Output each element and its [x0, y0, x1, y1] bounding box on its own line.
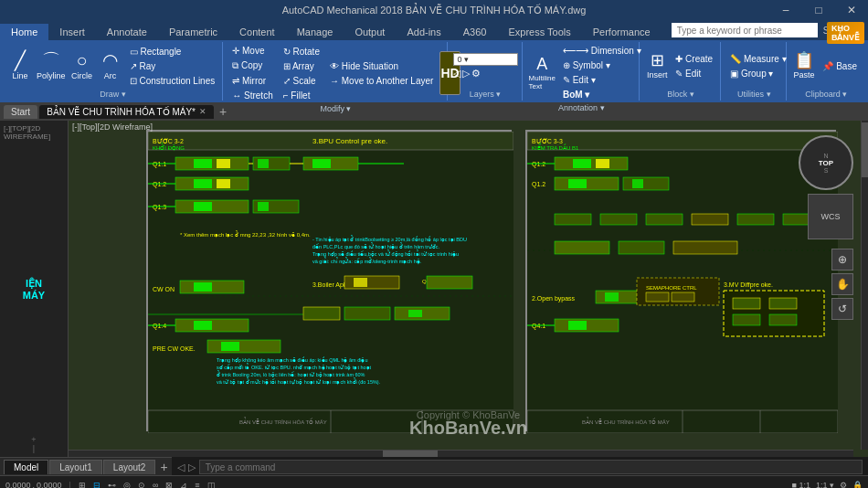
- vertical-scrollbar[interactable]: [861, 121, 868, 450]
- svg-text:Q1.4: Q1.4: [153, 323, 166, 330]
- measure-button[interactable]: 📏 Measure ▾: [726, 52, 789, 66]
- tab-active-file[interactable]: BẢN VẼ CHU TRÌNH HÓA TỐ MÁY* ✕: [39, 105, 214, 119]
- edit-block-button[interactable]: ✎ Edit: [672, 67, 716, 80]
- tab-performance[interactable]: Performance: [582, 24, 662, 40]
- group-button[interactable]: ▣ Group ▾: [726, 67, 789, 80]
- ducs-toggle[interactable]: ⊠: [165, 481, 173, 489]
- svg-text:Q1.3: Q1.3: [153, 204, 166, 211]
- dyn-toggle[interactable]: ⊿: [180, 481, 187, 489]
- lwt-toggle[interactable]: ≡: [195, 481, 199, 489]
- horizontal-scrollbar[interactable]: [69, 450, 853, 457]
- tab-add-ins[interactable]: Add-ins: [396, 24, 451, 40]
- tab-annotate[interactable]: Annotate: [96, 24, 158, 40]
- svg-rect-92: [769, 314, 797, 325]
- svg-rect-19: [194, 179, 212, 188]
- svg-rect-100: [673, 241, 737, 254]
- tab-express[interactable]: Express Tools: [497, 24, 581, 40]
- add-layout-button[interactable]: +: [156, 460, 171, 474]
- svg-text:3.BPU Control pre oke.: 3.BPU Control pre oke.: [312, 137, 387, 145]
- bom-label: BoM: [563, 90, 583, 100]
- app-title: AutoCAD Mechanical 2018 BẢN VẼ CHU TRÌNH…: [282, 5, 587, 16]
- lock-icon[interactable]: 🔒: [852, 481, 863, 489]
- tab-close-icon[interactable]: ✕: [199, 107, 206, 116]
- mirror-button[interactable]: ⇌ Mirror: [228, 74, 276, 88]
- construction-button[interactable]: ⊡ Construction Lines: [126, 74, 219, 88]
- svg-rect-69: [596, 159, 609, 168]
- transparency-toggle[interactable]: ◫: [207, 481, 216, 489]
- tab-model[interactable]: Model: [4, 460, 48, 474]
- tab-layout1[interactable]: Layout1: [49, 460, 102, 474]
- wcs-label: WCS: [821, 212, 841, 221]
- copy-button[interactable]: ⧉ Copy: [228, 58, 276, 73]
- layer-prev[interactable]: ◁: [453, 68, 460, 80]
- viewcube[interactable]: WCS: [808, 194, 853, 239]
- svg-text:Q1.1: Q1.1: [153, 161, 166, 168]
- orbit-button[interactable]: ↺: [831, 298, 853, 320]
- arc-button[interactable]: ◠ Arc: [98, 44, 123, 88]
- minimize-button[interactable]: –: [769, 0, 802, 20]
- canvas-area[interactable]: [-][Top][2D Wireframe] BƯỚC 3-2 KHỞI ĐỘN…: [69, 121, 868, 457]
- polar-toggle[interactable]: ◎: [123, 481, 131, 489]
- dimension-button[interactable]: ⟵⟶ Dimension ▾: [559, 44, 645, 58]
- insert-button[interactable]: ⊞ Insert: [645, 44, 669, 88]
- active-file-label: BẢN VẼ CHU TRÌNH HÓA TỐ MÁY*: [47, 107, 196, 117]
- cmd-arrow-left[interactable]: ◁: [177, 461, 185, 473]
- workspace-switcher[interactable]: ⚙: [840, 481, 847, 489]
- annotation-scale[interactable]: 1:1 ▾: [816, 481, 834, 489]
- multiline-text-button[interactable]: A MultilineText: [528, 51, 556, 95]
- array-button[interactable]: ⊞ Array: [280, 59, 323, 73]
- layer-dropdown[interactable]: 0 ▾: [453, 53, 518, 66]
- compass-wcs: S: [824, 167, 829, 174]
- polyline-button[interactable]: ⌒ Polyline: [36, 44, 67, 88]
- svg-rect-68: [573, 159, 591, 168]
- bom-button[interactable]: BoM ▾: [559, 88, 645, 101]
- ray-button[interactable]: ↗ Ray: [126, 59, 219, 73]
- cmd-arrow-right[interactable]: ▷: [188, 461, 196, 473]
- search-input[interactable]: [672, 23, 818, 37]
- command-input[interactable]: [199, 460, 863, 474]
- fillet-button[interactable]: ⌐ Fillet: [280, 89, 323, 102]
- pan-button[interactable]: ✋: [831, 273, 853, 295]
- tab-output[interactable]: Output: [344, 24, 396, 40]
- move-layer-button[interactable]: → Move to Another Layer: [326, 74, 437, 88]
- line-button[interactable]: ╱ Line: [7, 44, 33, 88]
- stretch-button[interactable]: ↔ Stretch: [228, 89, 276, 102]
- arc-icon: ◠: [102, 51, 118, 69]
- utilities-col: 📏 Measure ▾ ▣ Group ▾: [726, 52, 789, 80]
- osnap-toggle[interactable]: ⊙: [138, 481, 145, 489]
- status-bar: 0.0000 , 0.0000 | ⊞ ⊟ ⊷ ◎ ⊙ ∞ ⊠ ⊿ ≡ ◫ ■ …: [0, 475, 868, 488]
- paste-button[interactable]: 📋 Paste: [792, 44, 817, 88]
- move-button[interactable]: ✛ Move: [228, 44, 276, 58]
- scale-button[interactable]: ⤢ Scale: [280, 74, 323, 88]
- zoom-extents-button[interactable]: ⊕: [831, 249, 853, 271]
- otrack-toggle[interactable]: ∞: [153, 481, 158, 489]
- khobanve-logo[interactable]: KHO BẢNVẼ: [827, 22, 864, 44]
- grid-toggle[interactable]: ⊟: [93, 481, 101, 489]
- tab-start[interactable]: Start: [4, 105, 37, 119]
- edit-button[interactable]: ✎ Edit ▾: [559, 73, 645, 87]
- snap-toggle[interactable]: ⊞: [79, 481, 86, 489]
- rectangle-button[interactable]: ▭ Rectangle: [126, 45, 219, 58]
- maximize-button[interactable]: □: [802, 0, 835, 20]
- svg-rect-10: [258, 159, 269, 168]
- ortho-toggle[interactable]: ⊷: [108, 481, 116, 489]
- create-button[interactable]: ✚ Create: [672, 52, 716, 66]
- tab-a360[interactable]: A360: [452, 24, 498, 40]
- base-button[interactable]: 📌 Base: [819, 59, 861, 73]
- rotate-button[interactable]: ↻ Rotate: [280, 45, 323, 58]
- tab-layout2[interactable]: Layout2: [103, 460, 156, 474]
- tab-manage[interactable]: Manage: [286, 24, 344, 40]
- tab-content[interactable]: Content: [228, 24, 286, 40]
- symbol-button[interactable]: ⊕ Symbol ▾: [559, 58, 645, 72]
- compass-rose[interactable]: N TOP S: [799, 135, 853, 190]
- annotation-label: Annotation ▾: [528, 101, 635, 112]
- hide-situation-button[interactable]: 👁 Hide Situation: [326, 59, 437, 73]
- tab-insert[interactable]: Insert: [48, 24, 96, 40]
- layer-next[interactable]: ▷: [462, 68, 470, 80]
- tab-parametric[interactable]: Parametric: [158, 24, 228, 40]
- svg-text:3.MV Diffpre oke.: 3.MV Diffpre oke.: [724, 281, 773, 289]
- tab-home[interactable]: Home: [0, 24, 48, 40]
- layer-settings[interactable]: ⚙: [471, 68, 481, 80]
- circle-button[interactable]: ○ Circle: [69, 44, 95, 88]
- close-button[interactable]: ✕: [835, 0, 868, 20]
